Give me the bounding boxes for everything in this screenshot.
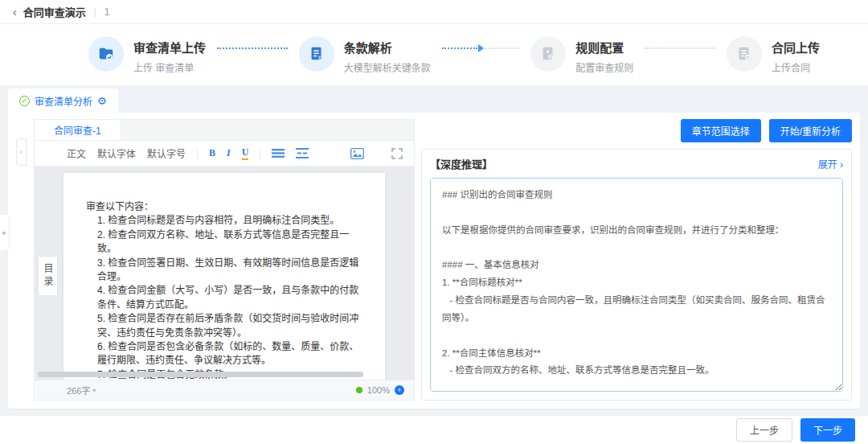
check-circle-icon: ✓ <box>19 96 30 106</box>
chapter-range-button[interactable]: 章节范围选择 <box>681 119 761 142</box>
drawer-expand-handle[interactable]: ▸ <box>0 214 10 251</box>
step-subtitle: 上传合同 <box>772 60 820 74</box>
connector-1 <box>217 47 288 49</box>
gear-icon[interactable]: ⚙ <box>97 95 107 107</box>
align-icon[interactable] <box>272 148 285 158</box>
toolbar-divider <box>197 148 198 159</box>
start-reanalyze-button[interactable]: 开始/重新分析 <box>769 119 852 142</box>
font-size-select[interactable]: 默认字号 <box>147 146 186 160</box>
step-subtitle: 大模型解析关键条款 <box>344 60 431 74</box>
chevron-down-icon: ▾ <box>92 387 96 394</box>
footer-bar: 上一步 下一步 <box>0 415 868 444</box>
editor-toolbar: 正文 默认字体 默认字号 B I U <box>35 141 414 166</box>
zoom-fit-icon[interactable]: + <box>395 385 404 395</box>
horizontal-scrollbar[interactable] <box>38 372 377 377</box>
font-family-select[interactable]: 默认字体 <box>97 146 136 160</box>
italic-button[interactable]: I <box>227 147 231 159</box>
doc-item: 1. 检查合同标题是否与内容相符，且明确标注合同类型。 <box>86 214 364 228</box>
doc-item: 6. 检查合同是否包含必备条款（如标的、数量、质量、价款、履行期限、违约责任、争… <box>86 340 364 368</box>
deep-reasoning-box: 【深度推理】 展开 › ### 识别出的合同审查规则 以下是根据你提供的合同审查… <box>421 149 852 401</box>
connector-3 <box>645 47 715 49</box>
editor-collapse-col: ‹ <box>16 119 27 401</box>
folder-check-icon <box>88 36 124 72</box>
arrow-icon <box>478 44 484 52</box>
topbar: ‹ 合同审查演示 | 1 <box>0 0 868 24</box>
chevron-left-icon: ‹ <box>20 148 23 156</box>
step-clause-parse[interactable]: 条款解析 大模型解析关键条款 <box>299 36 431 74</box>
stepper: 审查清单上传 上传 审查清单 条款解析 大模型解析关键条款 规则配置 配置审查规… <box>0 24 868 85</box>
page-title: 合同审查演示 <box>23 4 86 19</box>
deep-reasoning-title: 【深度推理】 <box>430 156 493 171</box>
tab-checklist-analysis[interactable]: ✓ 审查清单分析 ⚙ <box>8 88 118 113</box>
document-editor: 合同审查-1 正文 默认字体 默认字号 B I U <box>34 119 415 401</box>
image-icon[interactable] <box>350 148 364 159</box>
editor-collapse-handle[interactable]: ‹ <box>16 138 27 166</box>
topbar-divider: | <box>94 6 96 18</box>
line-spacing-icon[interactable] <box>296 148 309 158</box>
word-count[interactable]: 266字 <box>67 384 90 397</box>
doc-intro: 审查以下内容： <box>86 200 364 214</box>
fullscreen-icon[interactable] <box>391 148 403 159</box>
paragraph-style-select[interactable]: 正文 <box>67 146 86 160</box>
doc-item: 2. 检查合同双方名称、地址、联系方式等信息是否完整且一致。 <box>86 228 364 257</box>
toc-tab[interactable]: 目录 <box>38 256 58 296</box>
step-rule-config[interactable]: 规则配置 配置审查规则 <box>530 36 633 74</box>
doc-item: 3. 检查合同签署日期、生效日期、有效期等时间信息是否逻辑合理。 <box>86 257 364 285</box>
analysis-panel: 章节范围选择 开始/重新分析 【深度推理】 展开 › ### 识别出的合同审查规… <box>421 119 852 401</box>
expand-link[interactable]: 展开 › <box>818 157 843 171</box>
toolbar-divider <box>260 148 260 159</box>
status-dot <box>356 387 362 393</box>
zoom-level: 100% <box>367 385 390 395</box>
tab-contract-review-1[interactable]: 合同审查-1 <box>35 120 121 140</box>
topbar-count: 1 <box>104 6 110 18</box>
step-title: 合同上传 <box>772 39 820 56</box>
step-title: 审查清单上传 <box>133 39 206 56</box>
reasoning-textarea[interactable]: ### 识别出的合同审查规则 以下是根据你提供的合同审查要求，识别出的合同审查规… <box>430 178 843 392</box>
editor-tabstrip: 合同审查-1 <box>35 120 414 141</box>
next-step-button[interactable]: 下一步 <box>800 418 855 442</box>
editor-statusbar: 266字 ▾ 100% + <box>35 380 414 400</box>
analysis-card: ✓ 审查清单分析 ⚙ ‹ 合同审查-1 正文 默认字体 默认字号 <box>8 88 860 409</box>
rule-config-icon <box>530 36 566 72</box>
step-contract-upload[interactable]: 合同上传 上传合同 <box>727 36 820 74</box>
step-checklist-upload[interactable]: 审查清单上传 上传 审查清单 <box>88 36 206 74</box>
bold-button[interactable]: B <box>209 147 215 159</box>
contract-upload-icon <box>727 36 762 72</box>
document-page[interactable]: 审查以下内容： 1. 检查合同标题是否与内容相符，且明确标注合同类型。 2. 检… <box>63 173 385 380</box>
step-subtitle: 上传 审查清单 <box>133 60 206 74</box>
chevron-right-icon: ▸ <box>2 228 6 236</box>
connector-2 <box>442 44 520 52</box>
document-area: 目录 审查以下内容： 1. 检查合同标题是否与内容相符，且明确标注合同类型。 2… <box>35 166 414 380</box>
doc-item: 5. 检查合同是否存在前后矛盾条款（如交货时间与验收时间冲突、违约责任与免责条款… <box>86 312 364 340</box>
back-icon[interactable]: ‹ <box>13 6 17 18</box>
tab-label: 审查清单分析 <box>35 94 92 108</box>
main-tabstrip: ✓ 审查清单分析 ⚙ <box>8 88 860 113</box>
main-area: ▸ ✓ 审查清单分析 ⚙ ‹ 合同审查-1 正文 <box>0 85 868 415</box>
clause-parse-icon <box>299 36 334 72</box>
step-title: 条款解析 <box>344 39 431 56</box>
step-subtitle: 配置审查规则 <box>575 60 633 74</box>
step-title: 规则配置 <box>575 39 633 56</box>
prev-step-button[interactable]: 上一步 <box>736 418 792 442</box>
doc-item: 4. 检查合同金额（大写、小写）是否一致，且与条款中的付款条件、结算方式匹配。 <box>86 284 364 312</box>
underline-button[interactable]: U <box>242 146 249 160</box>
